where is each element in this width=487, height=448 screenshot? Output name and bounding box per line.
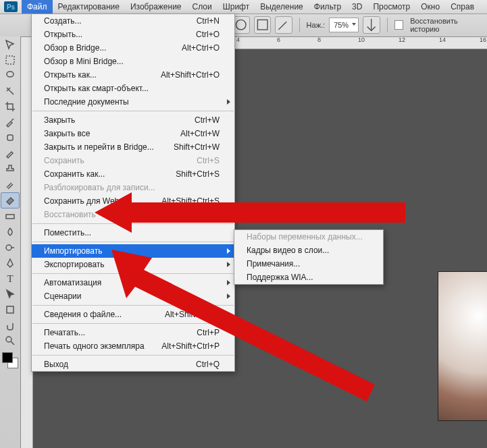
path-select-tool[interactable] [1,287,19,302]
menu-item-create[interactable]: Создать...Ctrl+N [32,14,234,28]
foreground-background-swatch[interactable] [2,352,18,368]
menu-help[interactable]: Справ [445,0,480,13]
brush-tool[interactable] [1,146,19,161]
heal-tool[interactable] [1,130,19,145]
menu-item-recent[interactable]: Последние документы [32,95,234,109]
pressure-dropdown[interactable]: 75% [329,18,359,32]
pen-tool[interactable] [1,256,19,271]
ruler-tick: 10 [358,36,365,43]
shape-tool[interactable] [1,302,19,317]
pressure-button[interactable] [363,16,380,34]
history-brush-tool[interactable] [1,177,19,192]
menu-item-open[interactable]: Открыть...Ctrl+O [32,28,234,41]
marquee-tool[interactable] [1,53,19,67]
app-logo: Ps [4,1,18,12]
tool-preset-button[interactable] [254,16,271,34]
menu-type[interactable]: Шрифт [217,0,255,13]
brush-preset-button[interactable] [232,16,249,34]
menu-3d[interactable]: 3D [347,0,367,13]
gradient-tool[interactable] [1,209,19,224]
menu-item-browse-bridge[interactable]: Обзор в Bridge...Alt+Ctrl+O [32,41,234,55]
ruler-tick: 4 [236,36,240,43]
menu-view[interactable]: Просмотр [367,0,415,13]
svg-marker-9 [95,192,405,233]
annotation-arrow-2 [111,250,382,405]
menu-layers[interactable]: Слои [187,0,217,13]
dodge-tool[interactable] [1,240,19,255]
menu-filter[interactable]: Фильтр [309,0,347,13]
annotation-arrow-1 [95,189,405,236]
svg-rect-1 [257,20,267,30]
svg-point-8 [6,337,11,342]
toolbox: T [0,36,21,448]
ruler-tick: 8 [317,36,321,43]
ruler-tick: 14 [439,36,446,43]
eyedropper-tool[interactable] [1,115,19,130]
menu-item-close-all[interactable]: Закрыть всеAlt+Ctrl+W [32,127,234,140]
svg-marker-10 [111,250,375,401]
menu-item-open-as[interactable]: Открыть как...Alt+Shift+Ctrl+O [32,68,234,82]
move-tool[interactable] [1,37,19,52]
menu-file[interactable]: Файл [22,0,53,13]
type-tool[interactable]: T [1,271,19,286]
svg-rect-2 [6,56,14,64]
wand-tool[interactable] [1,84,19,99]
ruler-tick: 16 [480,36,486,43]
airbrush-button[interactable] [275,16,292,34]
svg-rect-7 [7,306,14,313]
menu-edit[interactable]: Редактирование [53,0,125,13]
menu-item-save: СохранитьCtrl+S [32,154,234,167]
document-image [438,271,487,421]
svg-point-3 [7,72,14,77]
svg-rect-5 [6,215,14,219]
menu-image[interactable]: Изображение [125,0,187,13]
menu-item-save-as[interactable]: Сохранить как...Shift+Ctrl+S [32,167,234,181]
restore-history-label: Восстановить историю [410,17,487,33]
blur-tool[interactable] [1,225,19,240]
menubar: Ps Файл Редактирование Изображение Слои … [0,0,487,14]
eraser-tool[interactable] [1,192,20,208]
menu-item-close[interactable]: ЗакрытьCtrl+W [32,113,234,127]
pressure-label: Наж.: [307,21,326,29]
menu-item-browse-mini[interactable]: Обзор в Mini Bridge... [32,55,234,68]
ruler-tick: 12 [399,36,405,43]
hand-tool[interactable] [1,318,19,333]
crop-tool[interactable] [1,99,19,114]
lasso-tool[interactable] [1,68,19,83]
stamp-tool[interactable] [1,161,19,176]
restore-history-checkbox[interactable] [394,20,404,30]
menu-item-close-bridge[interactable]: Закрыть и перейти в Bridge...Shift+Ctrl+… [32,140,234,154]
menu-select[interactable]: Выделение [255,0,309,13]
svg-point-0 [236,20,247,30]
zoom-tool[interactable] [1,333,19,348]
menu-window[interactable]: Окно [415,0,445,13]
ruler-tick: 6 [277,36,280,43]
menu-item-open-smart[interactable]: Открыть как смарт-объект... [32,82,234,95]
svg-rect-4 [7,135,13,140]
svg-point-6 [6,245,11,250]
